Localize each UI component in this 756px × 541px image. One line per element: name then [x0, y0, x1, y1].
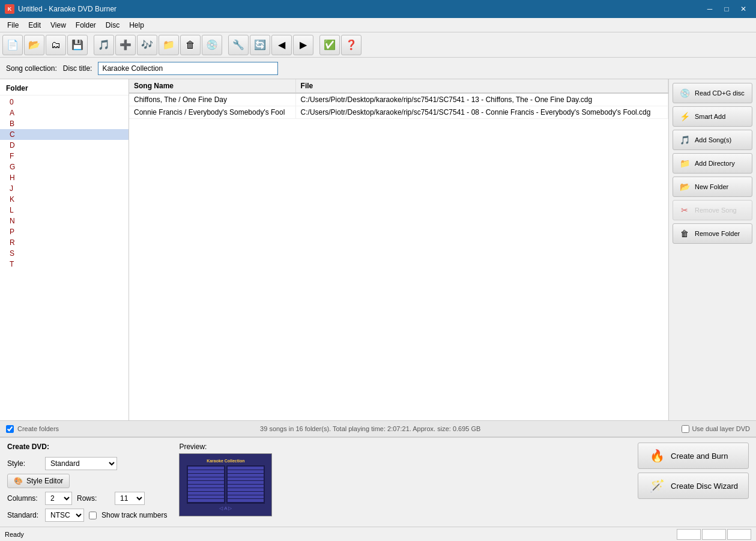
preview-row [188, 481, 224, 484]
new-button[interactable]: 📄 [2, 35, 23, 55]
preview-row [228, 492, 264, 495]
song-name-cell: Chiffons, The / One Fine Day [129, 93, 295, 106]
open-folder-button[interactable]: 🗂 [46, 35, 66, 55]
add-dvd-button[interactable]: ➕ [115, 35, 136, 55]
verify-button[interactable]: ✅ [319, 35, 340, 55]
remove-song-button[interactable]: ✂ Remove Song [673, 200, 752, 220]
maximize-button[interactable]: □ [719, 3, 734, 15]
create-dvd-section: Create DVD: Style: Standard Classic Mode… [0, 437, 756, 527]
ready-text: Ready [5, 531, 24, 538]
right-sidebar: 💿 Read CD+G disc ⚡ Smart Add 🎵 Add Song(… [669, 79, 756, 420]
new-folder-button[interactable]: 📂 New Folder [673, 177, 752, 197]
add-directory-button[interactable]: 📁 Add Directory [673, 153, 752, 174]
burn-button[interactable]: 💿 [202, 35, 222, 55]
open-button[interactable]: 📂 [24, 35, 44, 55]
file-cell: C:/Users/Piotr/Desktop/karaoke/rip/sc754… [295, 93, 668, 106]
remove-folder-label: Remove Folder [695, 230, 740, 237]
window-controls: ─ □ ✕ [702, 3, 751, 15]
preview-row [228, 499, 264, 502]
folder-item-g[interactable]: G [0, 162, 129, 172]
disc-wizard-button[interactable]: 🪄 Create Disc Wizard [638, 473, 749, 499]
rows-select[interactable]: 8 9 10 11 12 [115, 492, 145, 505]
preview-box: Karaoke Collection [179, 453, 272, 516]
smart-add-label: Smart Add [695, 113, 725, 120]
smart-add-button[interactable]: ⚡ Smart Add [673, 106, 752, 127]
menu-view[interactable]: View [46, 20, 71, 31]
add-folder-button[interactable]: 📁 [159, 35, 179, 55]
preview-title: Karaoke Collection [207, 459, 244, 463]
columns-select[interactable]: 1 2 3 [45, 492, 72, 505]
folder-item-t[interactable]: T [0, 259, 129, 270]
style-label: Style: [7, 459, 40, 468]
cd-icon: 💿 [678, 86, 691, 100]
titlebar: K Untitled - Karaoke DVD Burner ─ □ ✕ [0, 0, 756, 18]
add-songs-button[interactable]: 🎵 Add Song(s) [673, 130, 752, 150]
save-button[interactable]: 💾 [67, 35, 88, 55]
create-and-burn-button[interactable]: 🔥 Create and Burn [638, 443, 749, 469]
table-row[interactable]: Chiffons, The / One Fine Day C:/Users/Pi… [129, 93, 668, 106]
menu-file[interactable]: File [2, 20, 23, 31]
folder-item-0[interactable]: 0 [0, 97, 129, 107]
song-table: Song Name File Chiffons, The / One Fine … [129, 79, 668, 119]
back-button[interactable]: ◀ [271, 35, 292, 55]
folder-header: Folder [0, 82, 129, 95]
help-button[interactable]: ❓ [341, 35, 361, 55]
style-editor-button[interactable]: 🎨 Style Editor [7, 474, 70, 488]
folder-item-l[interactable]: L [0, 205, 129, 216]
menu-edit[interactable]: Edit [23, 20, 46, 31]
style-select[interactable]: Standard Classic Modern Dark [45, 457, 117, 470]
dual-layer-label: Use dual layer DVD [692, 425, 750, 432]
disc-title-input[interactable] [98, 62, 278, 75]
read-cdg-button[interactable]: 💿 Read CD+G disc [673, 83, 752, 103]
preview-row [188, 470, 224, 473]
create-folders-label: Create folders [17, 425, 59, 432]
read-cd-button[interactable]: 🎵 [94, 35, 114, 55]
create-folders-checkbox[interactable] [6, 425, 14, 433]
folder-item-a[interactable]: A [0, 107, 129, 118]
status-block-3 [727, 529, 751, 540]
standard-select[interactable]: NTSC PAL [45, 509, 84, 522]
folder-item-b[interactable]: B [0, 118, 129, 129]
preview-row [228, 477, 264, 480]
folder-item-r[interactable]: R [0, 237, 129, 248]
menubar: File Edit View Folder Disc Help [0, 18, 756, 32]
menu-folder[interactable]: Folder [71, 20, 101, 31]
minimize-button[interactable]: ─ [702, 3, 718, 15]
preview-row [228, 481, 264, 484]
show-track-numbers-checkbox[interactable] [89, 512, 97, 519]
music-button[interactable]: 🎶 [137, 35, 157, 55]
menu-disc[interactable]: Disc [101, 20, 124, 31]
folder-item-n[interactable]: N [0, 216, 129, 226]
close-button[interactable]: ✕ [736, 3, 751, 15]
folder-item-s[interactable]: S [0, 248, 129, 259]
remove-folder-button[interactable]: 🗑 Remove Folder [673, 223, 752, 244]
table-row[interactable]: Connie Francis / Everybody's Somebody's … [129, 106, 668, 119]
folder-icon: 📁 [678, 157, 691, 170]
status-block-2 [702, 529, 726, 540]
status-block-1 [677, 529, 701, 540]
preview-row [188, 467, 224, 470]
trash-icon: 🗑 [678, 227, 691, 240]
configure-button[interactable]: 🔧 [228, 35, 249, 55]
folder-item-d[interactable]: D [0, 140, 129, 151]
main-area: Folder 0 A B C D F G H J K L N P R S T S… [0, 79, 756, 420]
dual-layer-checkbox[interactable] [682, 425, 689, 433]
col-file: File [295, 79, 668, 93]
folder-item-c[interactable]: C [0, 129, 129, 140]
folder-item-h[interactable]: H [0, 172, 129, 183]
folder-item-k[interactable]: K [0, 194, 129, 205]
toolbar: 📄 📂 🗂 💾 🎵 ➕ 🎶 📁 🗑 💿 🔧 🔄 ◀ ▶ ✅ ❓ [0, 32, 756, 58]
columns-label: Columns: [7, 494, 40, 503]
folder-item-p[interactable]: P [0, 226, 129, 237]
preview-row [228, 474, 264, 477]
rows-label: Rows: [77, 494, 110, 503]
preview-nav: ◁ A ▷ [219, 506, 232, 511]
menu-help[interactable]: Help [124, 20, 149, 31]
remove-song-label: Remove Song [695, 207, 737, 214]
remove-toolbar-button[interactable]: 🗑 [180, 35, 201, 55]
forward-button[interactable]: ▶ [293, 35, 313, 55]
create-dvd-label: Create DVD: [7, 443, 49, 451]
folder-item-j[interactable]: J [0, 183, 129, 194]
refresh-button[interactable]: 🔄 [250, 35, 270, 55]
folder-item-f[interactable]: F [0, 151, 129, 162]
